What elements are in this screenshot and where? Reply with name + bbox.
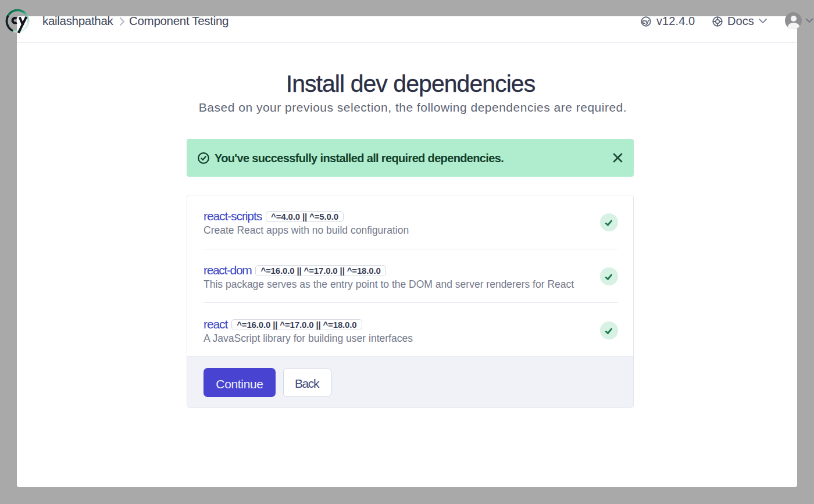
svg-text:cy: cy xyxy=(642,17,649,24)
